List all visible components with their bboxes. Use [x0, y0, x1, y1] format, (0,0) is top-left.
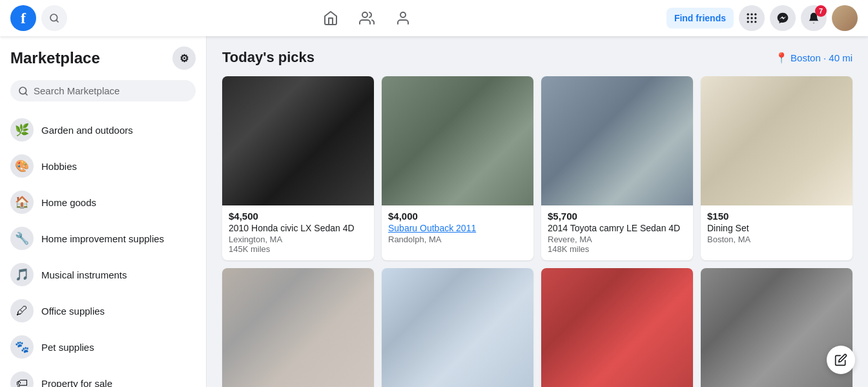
search-marketplace-input[interactable]: [34, 85, 188, 96]
sidebar-item-hobbies[interactable]: 🎨 Hobbies: [5, 148, 201, 184]
product-card-p2[interactable]: $4,000 Subaru Outback 2011 Randolph, MA: [382, 76, 533, 260]
notification-badge: 7: [815, 5, 827, 17]
product-title-p4: Dining Set: [707, 223, 846, 233]
sidebar-item-garden[interactable]: 🌿 Garden and outdoors: [5, 112, 201, 148]
svg-line-1: [56, 20, 58, 22]
pet-icon: 🐾: [10, 335, 34, 359]
product-info-p2: $4,000 Subaru Outback 2011 Randolph, MA: [382, 205, 533, 251]
fb-logo-letter: f: [21, 10, 26, 26]
product-card-p7[interactable]: [541, 268, 693, 387]
svg-point-10: [747, 21, 749, 23]
topnav-center-icons: [67, 3, 666, 34]
global-search-button[interactable]: [41, 5, 67, 31]
search-marketplace-box[interactable]: [10, 80, 196, 101]
facebook-logo[interactable]: f: [10, 5, 36, 31]
product-title-p3: 2014 Toyota camry LE Sedan 4D: [548, 223, 687, 233]
product-card-p5[interactable]: [222, 268, 374, 387]
location-text: Boston · 40 mi: [790, 52, 852, 63]
product-location-p2: Randolph, MA: [388, 235, 527, 244]
product-image-p6: [382, 268, 533, 387]
section-title: Today's picks: [222, 49, 315, 66]
product-title-p1: 2010 Honda civic LX Sedan 4D: [229, 223, 367, 233]
product-image-p5: [222, 268, 374, 387]
svg-point-5: [750, 14, 752, 16]
messenger-button[interactable]: [770, 5, 796, 31]
svg-point-2: [362, 12, 367, 17]
location-tag[interactable]: 📍 Boston · 40 mi: [775, 52, 852, 64]
garden-icon: 🌿: [10, 118, 34, 141]
svg-point-9: [754, 17, 756, 19]
svg-point-7: [747, 17, 749, 19]
product-card-p1[interactable]: $4,500 2010 Honda civic LX Sedan 4D Lexi…: [222, 76, 374, 260]
sidebar-item-office[interactable]: 🖊 Office supplies: [5, 293, 201, 329]
home-improvement-label: Home improvement supplies: [41, 233, 164, 244]
garden-label: Garden and outdoors: [41, 125, 133, 136]
product-location-p3: Revere, MA: [548, 235, 687, 244]
edit-overlay-button[interactable]: [827, 346, 855, 374]
svg-point-8: [750, 17, 752, 19]
property-icon: 🏷: [10, 371, 34, 387]
hobbies-icon: 🎨: [10, 154, 34, 178]
search-icon: [18, 86, 28, 96]
product-card-p6[interactable]: [382, 268, 533, 387]
section-header: Today's picks 📍 Boston · 40 mi: [222, 49, 852, 66]
topnav-left: f: [10, 5, 67, 31]
top-navigation: f Find friends 7: [0, 0, 868, 36]
product-grid: $4,500 2010 Honda civic LX Sedan 4D Lexi…: [222, 76, 852, 387]
sidebar-item-musical[interactable]: 🎵 Musical instruments: [5, 256, 201, 293]
sidebar-header: Marketplace ⚙: [5, 47, 201, 75]
sidebar: Marketplace ⚙ 🌿 Garden and outdoors 🎨 Ho…: [0, 36, 207, 387]
home-goods-label: Home goods: [41, 197, 96, 208]
product-price-p2: $4,000: [388, 211, 527, 222]
product-image-p2: [382, 76, 533, 205]
sidebar-item-home-goods[interactable]: 🏠 Home goods: [5, 184, 201, 220]
home-nav-button[interactable]: [315, 3, 346, 34]
product-info-p1: $4,500 2010 Honda civic LX Sedan 4D Lexi…: [222, 205, 374, 260]
product-title-p2: Subaru Outback 2011: [388, 223, 527, 233]
settings-icon-button[interactable]: ⚙: [172, 47, 196, 70]
pet-label: Pet supplies: [41, 342, 94, 353]
sidebar-navigation: 🌿 Garden and outdoors 🎨 Hobbies 🏠 Home g…: [5, 112, 201, 387]
gear-icon: ⚙: [180, 52, 189, 65]
property-label: Property for sale: [41, 378, 112, 388]
musical-icon: 🎵: [10, 263, 34, 286]
friends-nav-button[interactable]: [351, 3, 382, 34]
main-content: Today's picks 📍 Boston · 40 mi $4,500 20…: [207, 36, 868, 387]
product-info-p4: $150 Dining Set Boston, MA: [701, 205, 852, 251]
svg-line-14: [25, 93, 27, 95]
musical-label: Musical instruments: [41, 269, 127, 280]
product-price-p3: $5,700: [548, 211, 687, 222]
product-image-p1: [222, 76, 374, 205]
page-layout: Marketplace ⚙ 🌿 Garden and outdoors 🎨 Ho…: [0, 36, 868, 387]
product-miles-p3: 148K miles: [548, 244, 687, 254]
product-image-p3: [541, 76, 693, 205]
product-card-p3[interactable]: $5,700 2014 Toyota camry LE Sedan 4D Rev…: [541, 76, 693, 260]
product-image-p7: [541, 268, 693, 387]
notifications-button[interactable]: 7: [801, 5, 827, 31]
sidebar-item-property[interactable]: 🏷 Property for sale: [5, 365, 201, 387]
product-location-p1: Lexington, MA: [229, 235, 367, 244]
home-goods-icon: 🏠: [10, 191, 34, 214]
product-miles-p1: 145K miles: [229, 244, 367, 254]
product-image-p4: [701, 76, 852, 205]
svg-point-3: [400, 12, 406, 17]
find-friends-button[interactable]: Find friends: [666, 8, 734, 28]
sidebar-item-pet[interactable]: 🐾 Pet supplies: [5, 329, 201, 365]
product-price-p4: $150: [707, 211, 846, 222]
office-label: Office supplies: [41, 306, 105, 317]
marketplace-title: Marketplace: [10, 49, 100, 67]
svg-point-4: [747, 14, 749, 16]
product-location-p4: Boston, MA: [707, 235, 846, 244]
profile-nav-button[interactable]: [388, 3, 418, 34]
svg-point-6: [754, 14, 756, 16]
sidebar-item-home-improvement[interactable]: 🔧 Home improvement supplies: [5, 220, 201, 256]
location-pin-icon: 📍: [775, 52, 788, 64]
topnav-right-actions: Find friends 7: [666, 5, 858, 31]
svg-point-11: [750, 21, 752, 23]
office-icon: 🖊: [10, 299, 34, 322]
product-card-p4[interactable]: $150 Dining Set Boston, MA: [701, 76, 852, 260]
product-price-p1: $4,500: [229, 211, 367, 222]
home-improvement-icon: 🔧: [10, 227, 34, 250]
user-avatar[interactable]: [832, 5, 858, 31]
apps-menu-button[interactable]: [739, 5, 765, 31]
